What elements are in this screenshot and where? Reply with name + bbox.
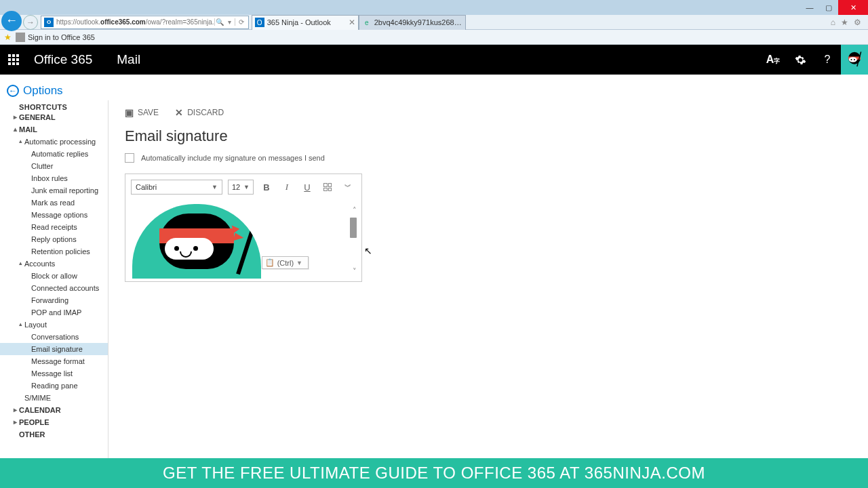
scroll-thumb[interactable]	[350, 218, 357, 238]
browser-back-button[interactable]: ←	[1, 11, 22, 31]
bold-button[interactable]: B	[259, 180, 274, 195]
auto-include-checkbox[interactable]	[125, 153, 134, 163]
dropdown-icon: ▼	[212, 184, 218, 190]
avatar-ninja-icon	[844, 49, 865, 70]
save-icon: ▣	[125, 107, 134, 118]
sidebar-item-email-signature[interactable]: Email signature	[0, 343, 108, 355]
sidebar-item[interactable]: Reply options	[0, 233, 108, 245]
translate-button[interactable]: A字	[760, 45, 787, 75]
scroll-down-icon[interactable]: ˅	[350, 266, 359, 276]
dropdown-icon: ▼	[243, 184, 250, 190]
sidebar-item[interactable]: Inbox rules	[0, 172, 108, 184]
browser-tab-inactive[interactable]: e 2bvq4c49kky971kus268ni13.wp...	[359, 15, 466, 30]
app-name-label: Mail	[106, 52, 151, 67]
signature-content-area[interactable]: 📋 (Ctrl) ▼ ˄ ˅	[125, 200, 361, 281]
italic-button[interactable]: I	[279, 180, 294, 195]
sidebar-section-people[interactable]: ▸PEOPLE	[0, 416, 108, 428]
home-icon[interactable]: ⌂	[831, 18, 835, 27]
bottom-banner: GET THE FREE ULTIMATE GUIDE TO OFFICE 36…	[0, 458, 868, 488]
user-avatar[interactable]	[841, 45, 868, 75]
sidebar-item[interactable]: Forwarding	[0, 294, 108, 306]
options-back-row[interactable]: ← Options	[0, 80, 868, 102]
signature-editor: Calibri ▼ 12 ▼ B I U ︾	[125, 174, 362, 282]
favorites-icon[interactable]: ★	[841, 18, 848, 27]
favorites-star-icon[interactable]: ★	[4, 33, 12, 42]
sidebar-section-general[interactable]: ▸GENERAL	[0, 111, 108, 123]
browser-forward-button[interactable]: →	[23, 15, 38, 30]
font-family-value: Calibri	[136, 183, 157, 191]
more-formatting-button[interactable]: ︾	[340, 180, 355, 195]
window-maximize[interactable]: ▢	[819, 0, 838, 15]
tools-icon[interactable]: ⚙	[854, 18, 861, 27]
sidebar-shortcuts[interactable]: SHORTCUTS	[0, 103, 108, 111]
auto-include-row: Automatically include my signature on me…	[125, 153, 852, 163]
back-arrow-icon: ←	[7, 85, 19, 97]
refresh-button[interactable]: ⟳	[235, 18, 248, 26]
content-body: SHORTCUTS ▸GENERAL ▴MAIL ▴Automatic proc…	[0, 100, 868, 488]
bookmark-label: Sign in to Office 365	[28, 33, 95, 41]
help-button[interactable]: ?	[814, 45, 841, 75]
window-titlebar: — ▢ ✕	[0, 0, 868, 15]
tab-favicon-icon: O	[255, 18, 264, 27]
address-dropdown-icon[interactable]: ▾	[225, 18, 235, 26]
sidebar-section-mail[interactable]: ▴MAIL	[0, 123, 108, 136]
sidebar-item[interactable]: Junk email reporting	[0, 184, 108, 197]
browser-tab-active[interactable]: O 365 Ninja - Outlook ✕	[252, 15, 359, 30]
font-family-select[interactable]: Calibri ▼	[131, 180, 222, 195]
caret-down-icon: ▴	[19, 138, 22, 144]
action-bar: ▣ SAVE ✕ DISCARD	[125, 107, 852, 118]
signature-image	[132, 204, 261, 279]
bookmark-item[interactable]: Sign in to Office 365	[16, 33, 95, 42]
sidebar-item[interactable]: Automatic replies	[0, 148, 108, 160]
font-size-select[interactable]: 12 ▼	[228, 180, 254, 195]
window-close[interactable]: ✕	[838, 0, 868, 15]
sidebar-item[interactable]: Message format	[0, 355, 108, 367]
url-text: https://outlook.office365.com/owa/?realm…	[56, 18, 214, 26]
sidebar-item[interactable]: Clutter	[0, 160, 108, 172]
sidebar-item[interactable]: Mark as read	[0, 197, 108, 209]
brand-label[interactable]: Office 365	[27, 52, 106, 67]
sidebar-item[interactable]: Connected accounts	[0, 282, 108, 294]
sidebar-item[interactable]: POP and IMAP	[0, 306, 108, 319]
save-label: SAVE	[138, 108, 159, 117]
auto-include-label: Automatically include my signature on me…	[141, 154, 325, 162]
sidebar-item-smime[interactable]: S/MIME	[0, 392, 108, 404]
sidebar-item[interactable]: Conversations	[0, 331, 108, 343]
caret-down-icon: ▴	[19, 321, 22, 327]
sidebar-item[interactable]: Reading pane	[0, 380, 108, 392]
page-title: Email signature	[125, 127, 852, 145]
sidebar-section-calendar[interactable]: ▸CALENDAR	[0, 404, 108, 416]
insert-table-button[interactable]	[320, 180, 335, 195]
caret-down-icon: ▴	[19, 260, 22, 266]
bookmark-bar: ★ Sign in to Office 365	[0, 30, 868, 45]
svg-point-3	[851, 59, 852, 60]
paste-options-button[interactable]: 📋 (Ctrl) ▼	[262, 256, 309, 269]
save-button[interactable]: ▣ SAVE	[125, 107, 159, 118]
underline-button[interactable]: U	[300, 180, 315, 195]
sidebar-group-layout[interactable]: ▴Layout	[0, 319, 108, 331]
options-sidebar: SHORTCUTS ▸GENERAL ▴MAIL ▴Automatic proc…	[0, 100, 108, 488]
search-icon[interactable]: 🔍	[214, 18, 225, 26]
sidebar-item[interactable]: Block or allow	[0, 270, 108, 282]
svg-point-2	[849, 57, 857, 62]
dropdown-icon: ▼	[296, 260, 302, 266]
sidebar-group-automatic-processing[interactable]: ▴Automatic processing	[0, 136, 108, 148]
window-minimize[interactable]: —	[800, 0, 819, 15]
sidebar-group-accounts[interactable]: ▴Accounts	[0, 258, 108, 270]
sidebar-section-other[interactable]: OTHER	[0, 428, 108, 441]
editor-scrollbar[interactable]: ˄ ˅	[349, 205, 360, 276]
sidebar-item[interactable]: Message list	[0, 367, 108, 380]
settings-button[interactable]	[787, 45, 814, 75]
sidebar-item[interactable]: Message options	[0, 209, 108, 221]
scroll-up-icon[interactable]: ˄	[350, 205, 359, 215]
sidebar-item[interactable]: Retention policies	[0, 245, 108, 258]
tab-close-icon[interactable]: ✕	[349, 18, 355, 27]
gear-icon	[795, 54, 806, 66]
site-identity-icon: O	[44, 18, 54, 27]
address-bar[interactable]: O https://outlook.office365.com/owa/?rea…	[41, 16, 249, 29]
app-launcher-button[interactable]	[0, 45, 27, 75]
discard-button[interactable]: ✕ DISCARD	[175, 107, 224, 118]
sidebar-item[interactable]: Read receipts	[0, 221, 108, 233]
tab-label: 365 Ninja - Outlook	[267, 18, 346, 26]
paste-hint-label: (Ctrl)	[277, 259, 294, 267]
